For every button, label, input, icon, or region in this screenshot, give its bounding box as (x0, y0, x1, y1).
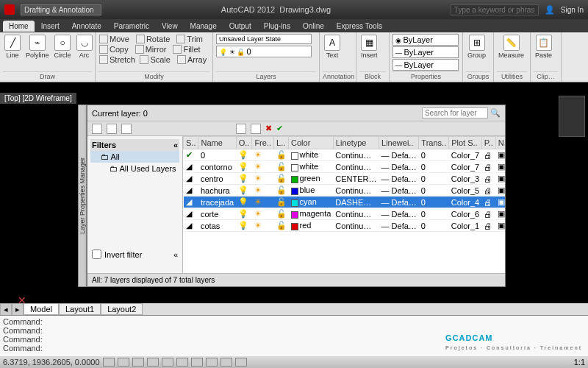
column-header[interactable]: Trans.. (419, 137, 449, 149)
color-swatch[interactable] (291, 152, 298, 160)
transparency-cell[interactable]: 0 (419, 220, 449, 232)
tab-parametric[interactable]: Parametric (108, 21, 155, 32)
qp-toggle[interactable] (235, 358, 247, 367)
polar-toggle[interactable] (147, 358, 159, 367)
plotstyle-cell[interactable]: Color_6 (449, 208, 482, 220)
on-icon[interactable]: 💡 (238, 221, 248, 230)
tab-manage[interactable]: Manage (184, 21, 223, 32)
plot-icon[interactable]: 🖨 (484, 163, 492, 171)
tab-online[interactable]: Online (297, 21, 330, 32)
new-group-icon[interactable] (107, 124, 117, 134)
new-filter-icon[interactable] (92, 124, 102, 134)
on-icon[interactable]: 💡 (238, 162, 248, 171)
lock-icon[interactable]: 🔓 (276, 197, 287, 206)
column-header[interactable]: Color (289, 137, 334, 149)
linetype-cell[interactable]: Continu… (333, 161, 379, 173)
line-button[interactable]: ╱Line (3, 34, 22, 60)
plot-icon[interactable]: 🖨 (484, 186, 492, 195)
plotstyle-cell[interactable]: Color_5 (449, 185, 482, 197)
column-header[interactable]: Linetype (333, 137, 379, 149)
freeze-layer-icon[interactable] (251, 124, 261, 134)
plot-icon[interactable]: 🖨 (484, 222, 492, 230)
freeze-icon[interactable]: ☀ (254, 150, 262, 159)
invert-filter-checkbox[interactable]: Invert filter « (90, 248, 179, 261)
lineweight-cell[interactable]: — Defa… (379, 173, 419, 185)
paste-button[interactable]: 📋Paste (534, 34, 553, 60)
newvp-icon[interactable]: ▣ (498, 209, 505, 218)
lwt-toggle[interactable] (220, 358, 232, 367)
lock-icon[interactable]: 🔓 (276, 209, 287, 218)
collapse-icon[interactable]: « (173, 141, 178, 149)
linetype-dropdown[interactable]: — ByLayer (392, 59, 459, 71)
on-icon[interactable]: 💡 (238, 209, 248, 218)
layer-grid[interactable]: S..NameO..Fre..L..ColorLinetypeLinewei..… (183, 136, 505, 273)
lineweight-cell[interactable]: — Defa… (379, 185, 419, 197)
tab-insert[interactable]: Insert (35, 21, 65, 32)
plotstyle-cell[interactable]: Color_7 (449, 161, 482, 173)
layer-row[interactable]: ◢corte💡☀🔓magentaContinu…— Defa…0Color_6🖨… (184, 208, 506, 220)
color-dropdown[interactable]: ◉ ByLayer (392, 34, 459, 46)
tab-view[interactable]: View (156, 21, 184, 32)
column-header[interactable]: N.. (495, 137, 505, 149)
grid-toggle[interactable] (118, 358, 129, 367)
search-icon[interactable]: 🔍 (490, 108, 501, 117)
tab-annotate[interactable]: Annotate (66, 21, 107, 32)
column-header[interactable]: Name (198, 137, 236, 149)
column-header[interactable]: S.. (184, 137, 198, 149)
on-icon[interactable]: 💡 (238, 150, 248, 159)
transparency-cell[interactable]: 0 (419, 149, 449, 161)
freeze-icon[interactable]: ☀ (254, 162, 262, 171)
lineweight-cell[interactable]: — Defa… (379, 149, 419, 161)
layout-tab-layout2[interactable]: Layout2 (101, 303, 143, 315)
on-icon[interactable]: 💡 (238, 185, 248, 194)
layout-tab-model[interactable]: Model (24, 303, 59, 315)
tab-next-icon[interactable]: ▸ (12, 303, 24, 316)
lock-icon[interactable]: 🔓 (276, 150, 287, 159)
lineweight-cell[interactable]: — Defa… (379, 220, 419, 232)
plotstyle-cell[interactable]: Color_4 (449, 197, 482, 208)
move-button[interactable]: Move Rotate Trim (98, 34, 204, 44)
freeze-icon[interactable]: ☀ (254, 174, 262, 183)
color-swatch[interactable] (291, 176, 298, 183)
transparency-cell[interactable]: 0 (419, 185, 449, 197)
otrack-toggle[interactable] (176, 358, 188, 367)
linetype-cell[interactable]: Continu… (333, 220, 379, 232)
freeze-icon[interactable]: ☀ (254, 197, 262, 206)
copy-button[interactable]: Copy Mirror Fillet (98, 44, 201, 54)
column-header[interactable]: L.. (274, 137, 289, 149)
newvp-icon[interactable]: ▣ (498, 150, 505, 159)
tab-prev-icon[interactable]: ◂ (0, 303, 12, 316)
linetype-cell[interactable]: CENTER… (333, 173, 379, 185)
layer-row[interactable]: ◢tracejada💡☀🔓cyanDASHE…— Defa…0Color_4🖨▣ (184, 197, 506, 208)
layer-state-dropdown[interactable]: Unsaved Layer State (216, 34, 312, 44)
layer-row[interactable]: ◢cotas💡☀🔓redContinu…— Defa…0Color_1🖨▣ (184, 220, 506, 232)
lock-icon[interactable]: 🔓 (276, 162, 287, 171)
freeze-icon[interactable]: ☀ (254, 209, 262, 218)
osnap-toggle[interactable] (162, 358, 173, 367)
plotstyle-cell[interactable]: Color_1 (449, 220, 482, 232)
group-button[interactable]: ⊞Group (466, 34, 487, 60)
stretch-button[interactable]: Stretch Scale Array (98, 54, 207, 65)
lineweight-cell[interactable]: — Defa… (379, 161, 419, 173)
transparency-cell[interactable]: 0 (419, 161, 449, 173)
lineweight-dropdown[interactable]: — ByLayer (392, 46, 459, 58)
workspace-dropdown[interactable]: Drafting & Annotation (21, 4, 101, 15)
layer-states-icon[interactable] (121, 124, 132, 134)
insert-button[interactable]: ▦Insert (359, 34, 379, 60)
column-header[interactable]: Fre.. (252, 137, 274, 149)
column-header[interactable]: Plot S.. (449, 137, 482, 149)
lineweight-cell[interactable]: — Defa… (379, 208, 419, 220)
lineweight-cell[interactable]: — Defa… (379, 197, 419, 208)
transparency-cell[interactable]: 0 (419, 208, 449, 220)
polyline-button[interactable]: ⌁Polyline (24, 34, 51, 60)
color-swatch[interactable] (291, 188, 298, 195)
viewcube[interactable] (559, 96, 585, 137)
linetype-cell[interactable]: Continu… (333, 185, 379, 197)
lock-icon[interactable]: 🔓 (276, 221, 287, 230)
linetype-cell[interactable]: DASHE… (333, 197, 379, 208)
on-icon[interactable]: 💡 (238, 197, 248, 206)
annotation-scale[interactable]: 1:1 (574, 358, 585, 367)
tab-plug-ins[interactable]: Plug-ins (258, 21, 296, 32)
freeze-icon[interactable]: ☀ (254, 221, 262, 230)
color-swatch[interactable] (291, 164, 298, 171)
